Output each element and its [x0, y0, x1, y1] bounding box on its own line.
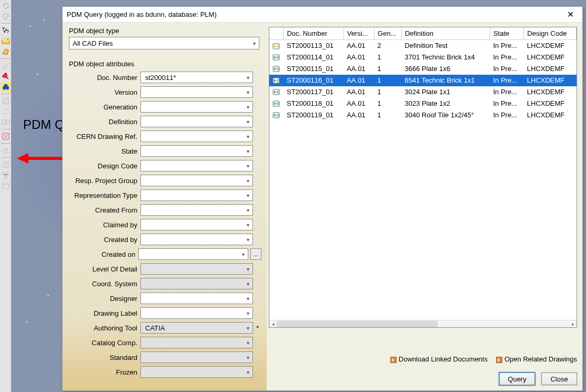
cell-state: In Pre...	[490, 86, 523, 98]
column-header[interactable]: State	[490, 27, 523, 40]
attribute-combo[interactable]: ▾	[140, 366, 253, 378]
attribute-combo[interactable]: ▾	[138, 248, 248, 260]
attribute-combo[interactable]: ▾	[140, 160, 253, 172]
scroll-right-icon[interactable]: ▸	[569, 321, 577, 327]
attribute-input[interactable]	[144, 132, 247, 141]
table-row[interactable]: ST2000117_01AA.0113024 Plate 1x1In Pre..…	[269, 86, 577, 98]
close-icon[interactable]: ✕	[562, 9, 578, 19]
attribute-input[interactable]	[144, 206, 247, 215]
attribute-row: Coord. System▾	[69, 276, 261, 291]
attribute-input[interactable]	[144, 103, 247, 112]
attribute-input[interactable]	[144, 88, 247, 97]
attribute-input[interactable]	[144, 338, 247, 347]
attribute-combo[interactable]: ▾	[140, 351, 253, 363]
query-button[interactable]: Query	[499, 373, 535, 385]
chevron-down-icon: ▾	[247, 296, 249, 301]
attribute-combo[interactable]: ▾	[140, 101, 253, 113]
reserve-icon[interactable]	[1, 96, 11, 106]
attribute-row: Catalog Comp.▾	[69, 335, 261, 350]
attribute-combo[interactable]: ▾	[140, 189, 253, 201]
attribute-input[interactable]	[144, 73, 247, 82]
attribute-input[interactable]	[144, 176, 247, 185]
attribute-input[interactable]	[144, 162, 247, 170]
cell-doc-number: ST2000119_01	[284, 109, 343, 121]
object-type-combo[interactable]: All CAD Files ▾	[69, 37, 259, 49]
attribute-input[interactable]	[144, 309, 247, 318]
cell-definition: 3023 Plate 1x2	[401, 98, 490, 109]
open-dialog-icon[interactable]	[1, 36, 11, 46]
results-grid: Doc. NumberVersi...Gen...DefinitionState…	[269, 27, 577, 328]
table-row[interactable]: ST2000115_01AA.0113666 Plate 1x6In Pre..…	[269, 63, 577, 75]
attribute-combo[interactable]: ▾	[140, 204, 253, 216]
pointer-help-icon[interactable]: ?	[1, 26, 11, 35]
attribute-combo[interactable]: ▾	[140, 116, 253, 127]
wizard-icon[interactable]	[1, 132, 11, 141]
attribute-input[interactable]	[144, 191, 247, 200]
chevron-down-icon: ▾	[247, 340, 249, 346]
binoculars-icon[interactable]	[1, 82, 11, 92]
attribute-input[interactable]	[144, 353, 247, 362]
column-header[interactable]: Design Code	[524, 27, 577, 40]
attribute-input[interactable]	[144, 279, 247, 288]
close-button[interactable]: Close	[541, 373, 577, 385]
attribute-input[interactable]	[144, 368, 247, 377]
undo-icon[interactable]	[1, 1, 11, 11]
scroll-thumb[interactable]	[277, 321, 438, 327]
attribute-combo[interactable]: ▾	[140, 219, 253, 230]
window-icon[interactable]	[1, 181, 11, 190]
attribute-input[interactable]	[144, 235, 247, 244]
attribute-combo[interactable]: ▾	[140, 337, 253, 348]
resize-grip-icon[interactable]: ⋰	[575, 383, 581, 389]
attribute-label: Level Of Detail	[69, 265, 140, 273]
key-icon[interactable]	[1, 61, 11, 71]
attribute-row: Representation Type▾	[69, 188, 261, 203]
attribute-input[interactable]	[142, 250, 241, 259]
browse-button[interactable]: ...	[250, 248, 261, 260]
attribute-input[interactable]	[144, 147, 247, 156]
attribute-combo[interactable]: ▾	[140, 234, 253, 245]
attribute-combo[interactable]: ▾	[140, 130, 253, 142]
attribute-input[interactable]	[144, 265, 247, 274]
cell-design-code: LHCXDEMF	[524, 109, 577, 121]
table-row[interactable]: ST2000116_01AA.0116541 Technic Brick 1x1…	[269, 75, 577, 86]
cell-definition: 3024 Plate 1x1	[401, 86, 490, 98]
attribute-combo[interactable]: ▾	[140, 307, 253, 319]
lock-icon[interactable]	[1, 146, 11, 155]
attribute-combo[interactable]: ▾	[140, 322, 253, 334]
download-linked-checkbox[interactable]: Download Linked Documents	[390, 355, 488, 363]
publish-icon[interactable]	[1, 160, 11, 169]
chevron-down-icon: ▾	[247, 266, 249, 272]
open-related-checkbox[interactable]: Open Related Drawings	[496, 355, 577, 363]
part-yellow-icon[interactable]	[1, 47, 11, 56]
compare-icon[interactable]	[1, 117, 11, 127]
column-header[interactable]: Gen...	[374, 27, 401, 40]
table-row[interactable]: ST2000113_01AA.012Definition TestIn Pre.…	[269, 40, 577, 52]
chevron-down-icon: ▾	[253, 41, 256, 46]
refresh-icon[interactable]	[1, 107, 11, 116]
attribute-combo[interactable]: ▾	[140, 72, 253, 83]
redo-icon[interactable]	[1, 12, 11, 21]
attribute-input[interactable]	[144, 220, 247, 229]
column-header[interactable]: Definition	[401, 27, 490, 40]
attribute-combo[interactable]: ▾	[140, 293, 253, 304]
table-row[interactable]: ST2000118_01AA.0113023 Plate 1x2In Pre..…	[269, 98, 577, 109]
scroll-left-icon[interactable]: ◂	[269, 321, 277, 327]
attribute-input[interactable]	[144, 324, 247, 333]
attribute-combo[interactable]: ▾	[140, 278, 253, 289]
cell-generation: 1	[374, 109, 401, 121]
attribute-combo[interactable]: ▾	[140, 175, 253, 186]
tree-icon[interactable]	[1, 170, 11, 180]
attribute-combo[interactable]: ▾	[140, 145, 253, 157]
column-header[interactable]	[269, 27, 284, 40]
attribute-combo[interactable]: ▾	[140, 263, 253, 275]
column-header[interactable]: Versi...	[343, 27, 374, 40]
attribute-input[interactable]	[144, 294, 247, 303]
attribute-combo[interactable]: ▾	[140, 86, 253, 98]
attribute-input[interactable]	[144, 117, 247, 126]
horizontal-scrollbar[interactable]: ◂ ▸	[269, 320, 577, 327]
pin-red-icon[interactable]	[1, 72, 11, 81]
table-row[interactable]: ST2000119_01AA.0113040 Roof Tile 1x2/45°…	[269, 109, 577, 121]
left-toolbar: ?	[0, 0, 12, 392]
table-row[interactable]: ST2000114_01AA.0113701 Technic Brick 1x4…	[269, 52, 577, 63]
column-header[interactable]: Doc. Number	[284, 27, 343, 40]
